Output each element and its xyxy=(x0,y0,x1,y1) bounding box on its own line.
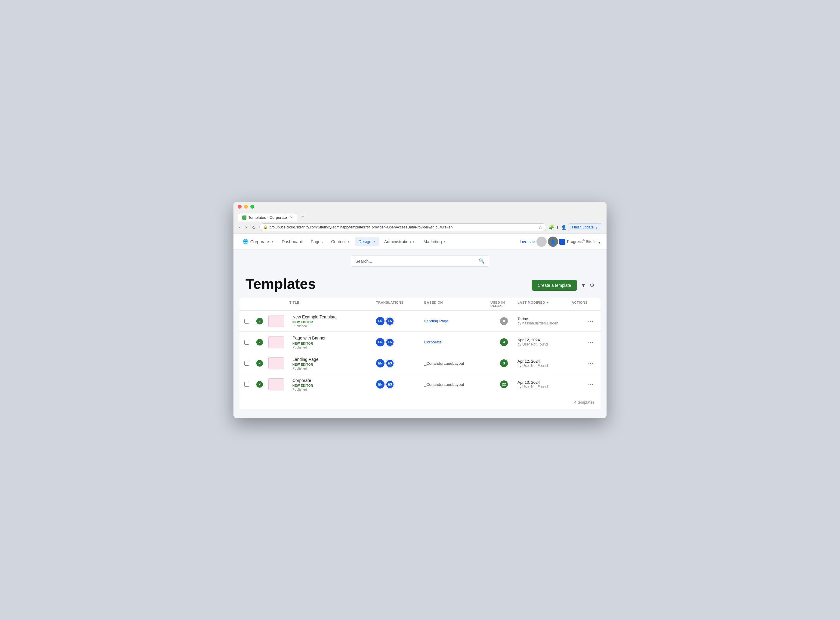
used-pages-3: 3 xyxy=(490,360,517,367)
more-actions-button-1[interactable]: ⋯ xyxy=(586,317,596,326)
url-text: pro.3b0ce.cloud.sitefinity.com/Sitefinit… xyxy=(270,225,537,229)
more-actions-button-3[interactable]: ⋯ xyxy=(586,359,596,368)
header-actions: ACTIONS xyxy=(572,301,596,308)
pages-badge-4: 22 xyxy=(500,381,508,388)
reload-button[interactable]: ↻ xyxy=(251,224,257,230)
new-editor-badge-4: NEW EDITOR xyxy=(292,384,376,387)
status-check-icon-1: ✓ xyxy=(256,318,263,324)
used-pages-1: 0 xyxy=(490,317,517,325)
forward-button[interactable]: › xyxy=(244,224,248,230)
based-on-link-2[interactable]: Corporate xyxy=(424,340,442,344)
extensions-icon[interactable]: 🧩 xyxy=(549,225,554,230)
table-container: TITLE TRANSLATIONS BASED ON USED IN PAGE… xyxy=(239,298,601,395)
content-chevron-icon: ▼ xyxy=(347,240,350,243)
table-header: TITLE TRANSLATIONS BASED ON USED IN PAGE… xyxy=(239,298,601,311)
url-bar[interactable]: 🔒 pro.3b0ce.cloud.sitefinity.com/Sitefin… xyxy=(259,223,546,231)
translations-2: EN ES xyxy=(376,338,424,346)
row-title-block-3: Landing Page NEW EDITOR Published xyxy=(289,357,376,370)
last-modified-1: Today by hassan.djirdeh Djirdeh xyxy=(517,317,572,325)
lang-es-badge-2: ES xyxy=(386,338,394,346)
header-checkbox xyxy=(244,301,256,308)
nav-item-administration[interactable]: Administration ▼ xyxy=(380,238,419,246)
row-thumbnail-2 xyxy=(268,336,284,348)
last-modified-3: Apr 12, 2024 by User Not Found xyxy=(517,359,572,368)
row-title-block-1: New Example Template NEW EDITOR Publishe… xyxy=(289,314,376,328)
pages-badge-3: 3 xyxy=(500,360,508,367)
search-input[interactable] xyxy=(355,259,476,264)
based-on-text-3: _CorianderLaneLayout xyxy=(424,361,464,366)
live-site-link[interactable]: Live site xyxy=(520,239,535,244)
filter-button[interactable]: ▼ xyxy=(581,282,586,289)
lock-icon: 🔒 xyxy=(263,225,268,229)
nav-item-pages[interactable]: Pages xyxy=(307,238,326,246)
app-content: 🔍 Templates Create a template ▼ ⚙ TITL xyxy=(233,250,607,418)
site-name: Corporate xyxy=(250,239,269,244)
row-title-block-4: Corporate NEW EDITOR Published xyxy=(289,378,376,391)
globe-icon: 🌐 xyxy=(242,239,248,244)
avatar-user[interactable]: 👤 xyxy=(548,236,558,247)
row-thumbnail-1 xyxy=(268,315,284,327)
lang-en-badge-2: EN xyxy=(376,338,385,346)
search-bar[interactable]: 🔍 xyxy=(351,256,489,267)
total-count: 4 templates xyxy=(574,400,595,405)
header-actions: Create a template ▼ ⚙ xyxy=(532,276,595,291)
bookmark-icon[interactable]: ☆ xyxy=(538,225,542,230)
row-checkbox-1[interactable] xyxy=(244,319,256,324)
based-on-3: _CorianderLaneLayout xyxy=(424,361,490,366)
maximize-button[interactable] xyxy=(250,205,254,209)
finish-update-label: Finish update xyxy=(572,225,594,229)
settings-button[interactable]: ⚙ xyxy=(590,282,595,289)
lang-en-badge-1: EN xyxy=(376,317,385,325)
new-tab-button[interactable]: + xyxy=(299,212,308,221)
download-icon[interactable]: ⬇ xyxy=(556,225,559,230)
row-title-2: Page with Banner xyxy=(292,335,376,341)
site-chevron-icon: ▼ xyxy=(271,240,274,243)
active-tab[interactable]: Templates - Corporate ✕ xyxy=(238,213,297,221)
tab-close-icon[interactable]: ✕ xyxy=(290,215,293,220)
design-chevron-icon: ▼ xyxy=(373,240,376,243)
row-title-4: Corporate xyxy=(292,378,376,383)
header-translations: TRANSLATIONS xyxy=(376,301,424,308)
nav-item-dashboard[interactable]: Dashboard xyxy=(278,238,306,246)
translations-3: EN ES xyxy=(376,359,424,367)
table-footer: 4 templates xyxy=(239,395,601,409)
table-row: ✓ Corporate NEW EDITOR Published EN ES _… xyxy=(239,374,601,395)
nav-item-design[interactable]: Design ▼ xyxy=(355,238,379,246)
published-text-4: Published xyxy=(292,388,376,391)
browser-window: Templates - Corporate ✕ + ‹ › ↻ 🔒 pro.3b… xyxy=(233,202,607,418)
row-title-3: Landing Page xyxy=(292,357,376,362)
minimize-button[interactable] xyxy=(244,205,248,209)
row-checkbox-3[interactable] xyxy=(244,361,256,366)
close-button[interactable] xyxy=(238,205,242,209)
published-text-3: Published xyxy=(292,367,376,370)
nav-item-content[interactable]: Content ▼ xyxy=(328,238,353,246)
nav-item-marketing[interactable]: Marketing ▼ xyxy=(420,238,449,246)
new-editor-badge-2: NEW EDITOR xyxy=(292,342,376,345)
row-checkbox-2[interactable] xyxy=(244,340,256,345)
based-on-link-1[interactable]: Landing Page xyxy=(424,319,448,323)
table-row: ✓ Landing Page NEW EDITOR Published EN E… xyxy=(239,353,601,374)
admin-chevron-icon: ▼ xyxy=(412,240,415,243)
based-on-2: Corporate xyxy=(424,340,490,344)
page-title: Templates xyxy=(245,276,316,292)
create-template-button[interactable]: Create a template xyxy=(532,280,577,291)
used-pages-2: 4 xyxy=(490,338,517,346)
last-modified-4: Apr 10, 2024 by User Not Found xyxy=(517,380,572,389)
header-used-in-pages: USED IN PAGES xyxy=(490,301,517,308)
more-actions-button-2[interactable]: ⋯ xyxy=(586,338,596,347)
more-actions-button-4[interactable]: ⋯ xyxy=(586,380,596,389)
actions-2: ⋯ xyxy=(572,338,596,347)
row-checkbox-4[interactable] xyxy=(244,382,256,387)
tab-title-text: Templates - Corporate xyxy=(248,215,287,220)
finish-update-menu-icon: ⋮ xyxy=(595,225,598,229)
account-icon[interactable]: 👤 xyxy=(561,225,566,230)
lang-es-badge-1: ES xyxy=(386,317,394,325)
marketing-chevron-icon: ▼ xyxy=(443,240,446,243)
site-selector[interactable]: 🌐 Corporate ▼ xyxy=(239,237,277,246)
avatar-notification[interactable] xyxy=(536,236,547,247)
published-text-2: Published xyxy=(292,346,376,349)
table-row: ✓ Page with Banner NEW EDITOR Published … xyxy=(239,332,601,353)
finish-update-button[interactable]: Finish update ⋮ xyxy=(568,223,602,231)
tab-favicon xyxy=(242,215,246,220)
back-button[interactable]: ‹ xyxy=(238,224,242,230)
